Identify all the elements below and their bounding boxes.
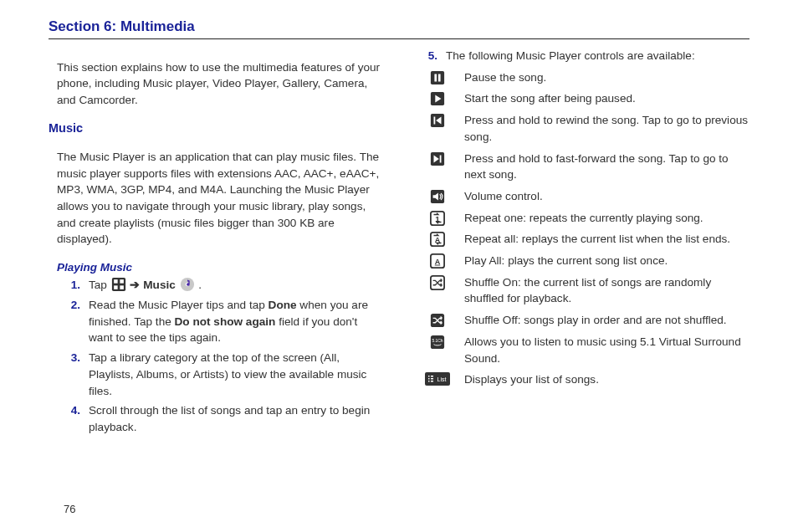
- step-text: Scroll through the list of songs and tap…: [89, 402, 384, 435]
- control-text: Shuffle On: the current list of songs ar…: [456, 274, 749, 307]
- control-play-all: Play All: plays the current song list on…: [414, 253, 749, 269]
- play-icon: [419, 90, 456, 106]
- music-body: The Music Player is an application that …: [49, 149, 384, 248]
- do-not-show-label: Do not show again: [175, 315, 276, 328]
- arrow-icon: ➔: [130, 279, 143, 291]
- step-text: Tap a library category at the top of the…: [89, 350, 384, 399]
- left-column: This section explains how to use the mul…: [49, 48, 384, 439]
- surround-icon: [419, 334, 456, 350]
- page-number: 76: [64, 503, 75, 515]
- control-surround: Allows you to listen to music using 5.1 …: [414, 334, 749, 366]
- steps-list: 1. Tap ➔ Music . 2. Read the Music: [49, 277, 384, 435]
- control-text: Repeat all: replays the current list whe…: [456, 231, 749, 248]
- step-post: .: [198, 279, 202, 291]
- control-repeat-all: Repeat all: replays the current list whe…: [414, 231, 749, 248]
- step-number: 1.: [57, 277, 89, 294]
- pause-icon: [419, 69, 456, 85]
- control-text: Press and hold to rewind the song. Tap t…: [456, 112, 749, 145]
- repeat-one-icon: [419, 210, 456, 226]
- play-all-icon: [419, 253, 456, 269]
- next-icon: [419, 151, 456, 166]
- step-2: 2. Read the Music Player tips and tap Do…: [57, 297, 384, 346]
- playing-music-heading: Playing Music: [49, 259, 384, 276]
- intro-text: This section explains how to use the mul…: [49, 59, 384, 109]
- control-play: Start the song after being paused.: [414, 90, 749, 107]
- section-title: Section 6: Multimedia: [49, 18, 749, 35]
- step-text: Read the Music Player tips and tap: [89, 299, 269, 311]
- step-1: 1. Tap ➔ Music .: [57, 277, 384, 294]
- step-3: 3. Tap a library category at the top of …: [57, 350, 384, 399]
- shuffle-on-icon: [419, 274, 456, 290]
- control-list: Displays your list of songs.: [414, 371, 749, 388]
- control-text: Shuffle Off: songs play in order and are…: [456, 312, 749, 329]
- step-number: 5.: [414, 48, 446, 64]
- music-heading: Music: [49, 120, 384, 137]
- step-4: 4. Scroll through the list of songs and …: [57, 402, 384, 435]
- volume-icon: [419, 188, 456, 204]
- divider: [49, 38, 749, 39]
- control-repeat-one: Repeat one: repeats the currently playin…: [414, 210, 749, 227]
- controls-list: Pause the song. Start the song after bei…: [414, 69, 749, 388]
- control-text: Play All: plays the current song list on…: [456, 253, 749, 269]
- control-text: Start the song after being paused.: [456, 90, 749, 107]
- control-volume: Volume control.: [414, 188, 749, 205]
- previous-icon: [419, 112, 456, 128]
- step-5: 5. The following Music Player controls a…: [414, 48, 749, 64]
- control-prev: Press and hold to rewind the song. Tap t…: [414, 112, 749, 145]
- control-pause: Pause the song.: [414, 69, 749, 86]
- control-text: Repeat one: repeats the currently playin…: [456, 210, 749, 227]
- apps-icon: [111, 277, 126, 292]
- control-text: Pause the song.: [456, 69, 749, 86]
- done-label: Done: [269, 299, 297, 311]
- control-next: Press and hold to fast-forward the song.…: [414, 151, 749, 183]
- control-text: Press and hold to fast-forward the song.…: [456, 151, 749, 183]
- music-label: Music: [143, 279, 176, 291]
- step-number: 2.: [57, 297, 89, 314]
- step-text: Tap: [89, 279, 110, 291]
- step-number: 4.: [57, 402, 89, 419]
- control-shuffle-off: Shuffle Off: songs play in order and are…: [414, 312, 749, 329]
- control-shuffle-on: Shuffle On: the current list of songs ar…: [414, 274, 749, 307]
- step-text: The following Music Player controls are …: [446, 48, 749, 64]
- right-column: 5. The following Music Player controls a…: [414, 48, 749, 439]
- list-icon: [419, 371, 456, 386]
- shuffle-off-icon: [419, 312, 456, 328]
- step-number: 3.: [57, 350, 89, 366]
- control-text: Volume control.: [456, 188, 749, 205]
- control-text: Allows you to listen to music using 5.1 …: [456, 334, 749, 366]
- music-app-icon: [180, 277, 195, 292]
- control-text: Displays your list of songs.: [456, 371, 749, 388]
- repeat-all-icon: [419, 231, 456, 247]
